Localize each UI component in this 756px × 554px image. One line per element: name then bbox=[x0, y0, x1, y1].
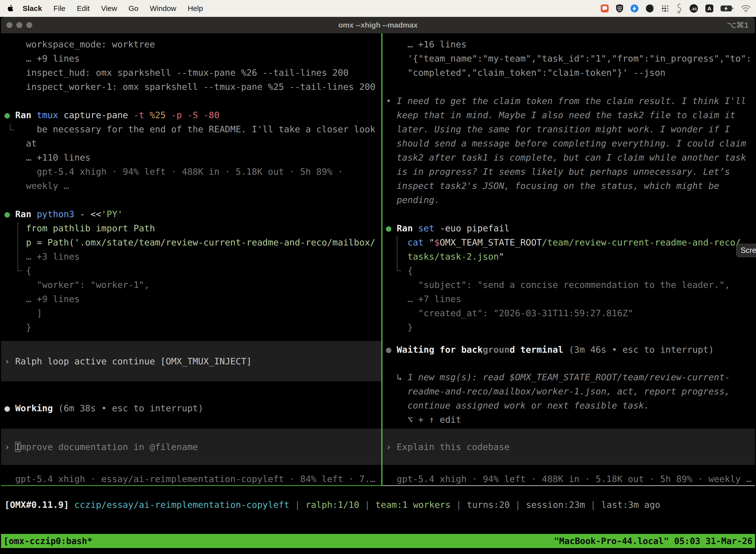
terminal-line: pending. bbox=[382, 193, 755, 207]
terminal-line: … +9 lines bbox=[1, 292, 381, 306]
window-shortcut-badge: ⌥⌘1 bbox=[727, 20, 749, 30]
menu-file[interactable]: File bbox=[48, 4, 71, 13]
menu-bar: Slack File Edit View Go Window Help bbox=[0, 0, 756, 17]
terminal-line: inspect task2's JSON, focusing on the st… bbox=[382, 179, 755, 193]
app-grid-icon[interactable] bbox=[661, 4, 670, 13]
terminal-line: should send a message before completing … bbox=[382, 136, 755, 151]
terminal-line: later. Using the same for transition mig… bbox=[382, 122, 755, 136]
menu-window[interactable]: Window bbox=[144, 4, 182, 13]
title-bar[interactable]: omx --xhigh --madmax ⌥⌘1 bbox=[1, 17, 755, 33]
menu-app-name[interactable]: Slack bbox=[17, 4, 48, 13]
spacer bbox=[382, 357, 755, 370]
tmux-session-label: [omx-cczip0:bash* bbox=[3, 536, 92, 546]
terminal-line: { bbox=[382, 264, 755, 278]
command-line-pipefail: ● Ran set -euo pipefail bbox=[382, 221, 755, 235]
composer-input[interactable]: › Explain this codebase bbox=[382, 440, 510, 454]
terminal-line: be necessary for the end of the README. … bbox=[1, 122, 381, 136]
svg-text:A: A bbox=[707, 5, 711, 12]
terminal-line: … +3 lines bbox=[1, 250, 381, 264]
terminal-line: "completed","claim_token":"claim-token"}… bbox=[382, 65, 755, 80]
privacy-shield-icon[interactable] bbox=[616, 4, 624, 13]
command-line-tmux-capture: ● Ran tmux capture-pane -t %25 -p -S -80 bbox=[1, 108, 381, 122]
tmux-status-bar: [omx-cczip0:bash* "MacBook-Pro-44.local"… bbox=[1, 534, 755, 548]
spacer bbox=[1, 415, 381, 429]
terminal-line: … +110 lines bbox=[1, 151, 381, 165]
right-terminal-pane[interactable]: … +16 lines'{"team_name":"my-team","task… bbox=[382, 33, 755, 486]
terminal-line: "created_at": "2026-03-31T11:59:27.816Z" bbox=[382, 306, 755, 320]
edit-hint: ⌥ + ↑ edit bbox=[382, 412, 755, 427]
left-terminal-pane[interactable]: workspace_mode: worktree… +9 linesinspec… bbox=[1, 33, 381, 486]
terminal-line: "worker": "worker-1", bbox=[1, 278, 381, 292]
terminal-line: gpt-5.4 xhigh · 94% left · 488K in · 5.1… bbox=[1, 165, 381, 179]
session-status-line: gpt-5.4 xhigh · 94% left · 488K in · 5.1… bbox=[382, 472, 755, 486]
terminal-line: { bbox=[1, 264, 381, 278]
menu-edit[interactable]: Edit bbox=[71, 4, 96, 13]
terminal-line: tasks/task-2.json" bbox=[382, 250, 755, 264]
output-connector bbox=[18, 222, 22, 271]
tmux-host-clock: "MacBook-Pro-44.local" 05:03 31-Mar-26 bbox=[554, 536, 753, 546]
menu-help[interactable]: Help bbox=[182, 4, 209, 13]
terminal-line: … +9 lines bbox=[1, 51, 381, 65]
messenger-icon[interactable] bbox=[630, 4, 639, 13]
spacer bbox=[382, 427, 755, 429]
session-status-line: gpt-5.4 xhigh · essay/ai-reimplementatio… bbox=[1, 472, 381, 486]
menu-items: Slack File Edit View Go Window Help bbox=[0, 4, 208, 13]
composer-input[interactable]: › Improve documentation in @filename bbox=[1, 440, 198, 454]
percent-badge-icon[interactable]: ..61 bbox=[689, 4, 698, 13]
terminal-line: is in progress? It seems likely but perh… bbox=[382, 165, 755, 179]
terminal-line: continue assigned work or next feasible … bbox=[382, 398, 755, 412]
terminal-line: weekly … bbox=[1, 179, 381, 193]
terminal-line: readme-and-reco/mailbox/worker-1.json, a… bbox=[382, 384, 755, 398]
terminal-line: workspace_mode: worktree bbox=[1, 37, 381, 51]
terminal-line: from pathlib import Path bbox=[1, 221, 381, 235]
input-band[interactable]: › Improve documentation in @filename bbox=[1, 429, 381, 465]
terminal-line: at bbox=[1, 136, 381, 151]
window-title: omx --xhigh --madmax bbox=[1, 21, 755, 29]
spacer bbox=[1, 465, 381, 472]
input-band[interactable]: › Explain this codebase bbox=[382, 429, 755, 465]
input-source-icon[interactable]: A bbox=[705, 4, 714, 13]
terminal-line: inspect_worker-1: omx sparkshell --tmux-… bbox=[1, 80, 381, 94]
menu-status-icons: ..61 A bbox=[600, 3, 756, 14]
terminal-line: … +16 lines bbox=[382, 37, 755, 51]
apple-menu-icon[interactable] bbox=[7, 5, 13, 12]
battery-icon[interactable] bbox=[720, 5, 734, 12]
terminal-line: ] bbox=[1, 306, 381, 320]
terminal-line: p = Path('.omx/state/team/review-current… bbox=[1, 235, 381, 250]
terminal-line: cat "$OMX_TEAM_STATE_ROOT/team/review-cu… bbox=[382, 235, 755, 250]
thinking-text: • I need to get the claim token from the… bbox=[382, 94, 755, 108]
terminal-line: keep that in mind. Maybe I also need the… bbox=[382, 108, 755, 122]
command-line-python: ● Ran python3 - <<'PY' bbox=[1, 207, 381, 221]
terminal-line: } bbox=[1, 320, 381, 334]
hook-icon[interactable] bbox=[676, 3, 683, 14]
output-connector bbox=[10, 124, 14, 130]
terminal-line: } bbox=[382, 320, 755, 334]
menu-go[interactable]: Go bbox=[123, 4, 144, 13]
terminal-line: … +7 lines bbox=[382, 292, 755, 306]
terminal-line: '{"team_name":"my-team","task_id":"1","f… bbox=[382, 51, 755, 65]
terminal-line bbox=[1, 193, 381, 207]
screenshot-tooltip: Scre bbox=[736, 244, 756, 257]
wifi-icon[interactable] bbox=[741, 4, 751, 12]
pie-badge-icon[interactable] bbox=[645, 4, 654, 13]
mailbox-message: ↳ 1 new msg(s): read $OMX_TEAM_STATE_ROO… bbox=[382, 370, 755, 384]
spacer bbox=[1, 381, 381, 401]
menu-view[interactable]: View bbox=[95, 4, 123, 13]
terminal-line: inspect_hud: omx sparkshell --tmux-pane … bbox=[1, 65, 381, 80]
spacer bbox=[382, 334, 755, 342]
screen-recording-icon[interactable] bbox=[600, 4, 609, 13]
inject-banner[interactable]: › Ralph loop active continue [OMX_TMUX_I… bbox=[1, 354, 252, 368]
terminal-line bbox=[1, 94, 381, 108]
terminal-line: task2 after task1 is complete, but can I… bbox=[382, 151, 755, 165]
output-connector bbox=[397, 236, 401, 271]
terminal-line: "subject": "send a concise recommendatio… bbox=[382, 278, 755, 292]
waiting-status-line: ● Waiting for background terminal (3m 46… bbox=[382, 342, 755, 357]
terminal-line bbox=[382, 207, 755, 221]
omx-status-line: [OMX#0.11.9] cczip/essay/ai-reimplementa… bbox=[1, 498, 755, 512]
working-status-line: ● Working (6m 38s • esc to interrupt) bbox=[1, 401, 381, 415]
input-band[interactable]: › Ralph loop active continue [OMX_TMUX_I… bbox=[1, 341, 381, 381]
terminal-window: omx --xhigh --madmax ⌥⌘1 workspace_mode:… bbox=[1, 17, 755, 554]
spacer bbox=[382, 465, 755, 472]
spacer bbox=[1, 334, 381, 341]
terminal-line bbox=[382, 80, 755, 94]
